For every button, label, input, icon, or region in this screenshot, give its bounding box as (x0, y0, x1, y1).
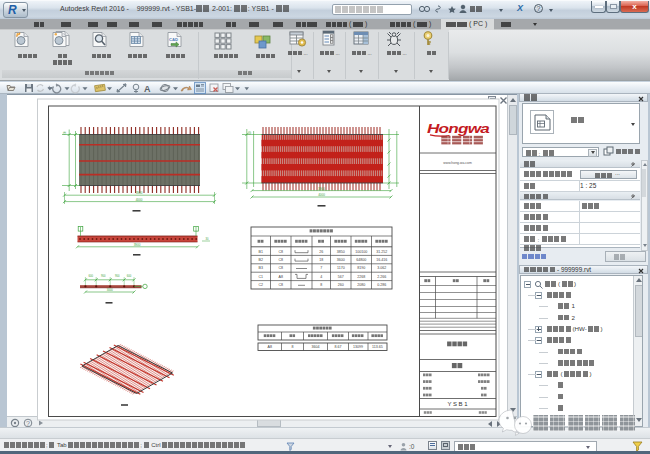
svg-text:2268: 2268 (357, 275, 365, 279)
svg-text:C8: C8 (278, 266, 283, 270)
svg-text:900: 900 (115, 274, 120, 278)
svg-text:3000: 3000 (107, 288, 113, 292)
svg-text:Y S B 1: Y S B 1 (447, 401, 468, 407)
svg-text:www.hong-wa.com: www.hong-wa.com (443, 161, 472, 165)
svg-text:7: 7 (320, 266, 322, 270)
svg-text:600: 600 (89, 274, 94, 278)
svg-text:B3: B3 (259, 266, 263, 270)
svg-text:8: 8 (320, 283, 322, 287)
svg-text:A: A (144, 84, 151, 94)
svg-text:8.67: 8.67 (334, 345, 341, 349)
svg-text:31.252: 31.252 (376, 250, 387, 254)
svg-text:4: 4 (320, 275, 322, 279)
svg-text:13099: 13099 (353, 345, 363, 349)
svg-text:60: 60 (63, 131, 67, 135)
svg-text:1170: 1170 (337, 266, 345, 270)
svg-text:567: 567 (338, 275, 344, 279)
svg-text:900: 900 (101, 274, 106, 278)
svg-text:4000: 4000 (318, 193, 325, 197)
svg-text:Hongwa: Hongwa (427, 121, 490, 136)
svg-text:3900: 3900 (136, 191, 143, 195)
svg-text:3900: 3900 (134, 243, 141, 247)
svg-text:2080: 2080 (357, 283, 365, 287)
svg-text:C1: C1 (258, 275, 263, 279)
svg-text:B2: B2 (259, 258, 263, 262)
svg-text:C8: C8 (278, 258, 283, 262)
svg-text:18: 18 (319, 258, 323, 262)
svg-text:3850: 3850 (337, 250, 345, 254)
svg-text:8: 8 (292, 345, 294, 349)
svg-text:C8: C8 (278, 283, 283, 287)
svg-text:3900: 3900 (318, 187, 325, 191)
svg-text:8190: 8190 (357, 266, 365, 270)
svg-text:A8: A8 (279, 275, 283, 279)
svg-text:16.416: 16.416 (376, 258, 387, 262)
svg-text:0.286: 0.286 (377, 283, 386, 287)
svg-text:3604: 3604 (312, 345, 320, 349)
svg-text:113.65: 113.65 (372, 345, 383, 349)
svg-text:60: 60 (248, 131, 252, 135)
svg-text:C8: C8 (278, 250, 283, 254)
svg-text:C2: C2 (258, 283, 263, 287)
svg-text:26: 26 (319, 250, 323, 254)
svg-text:2.266: 2.266 (377, 275, 386, 279)
svg-text:64800: 64800 (356, 258, 366, 262)
svg-text:A8: A8 (268, 345, 272, 349)
svg-text:B1: B1 (259, 250, 263, 254)
svg-text:600: 600 (127, 274, 132, 278)
svg-text:260: 260 (338, 283, 344, 287)
svg-text:CAD: CAD (169, 37, 178, 42)
svg-text:100100: 100100 (355, 250, 367, 254)
svg-text:3.062: 3.062 (377, 266, 386, 270)
svg-text:3600: 3600 (337, 258, 345, 262)
svg-text:4000: 4000 (136, 198, 143, 202)
